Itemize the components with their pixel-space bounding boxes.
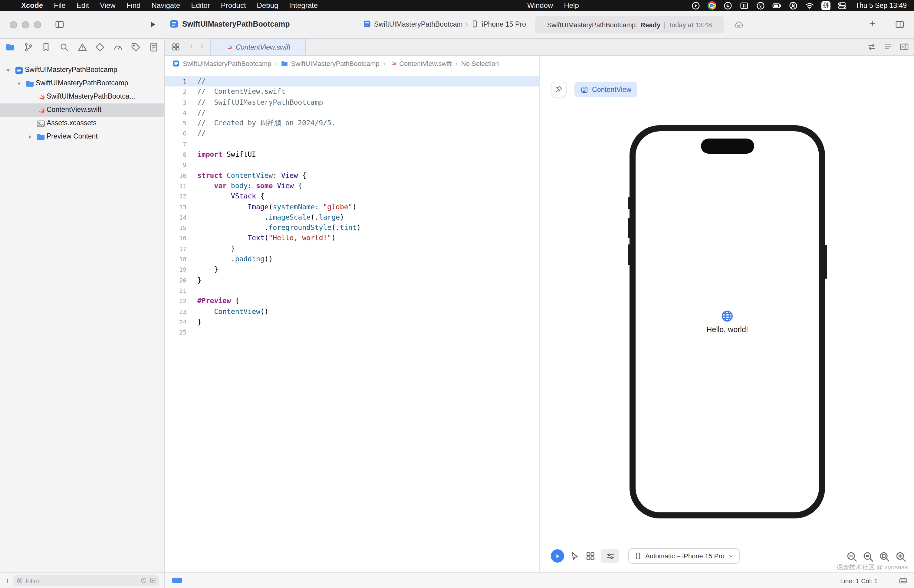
tree-item-contentview-swift[interactable]: ContentView.swift — [0, 103, 164, 117]
play-circle-icon[interactable] — [691, 1, 700, 10]
breadcrumb-segment[interactable]: No Selection — [461, 60, 499, 67]
filter-field[interactable] — [13, 575, 159, 586]
zoom-in-button[interactable] — [895, 551, 907, 562]
preview-doc-icon — [581, 86, 588, 94]
tree-item-swiftuimasterypathbootcamp[interactable]: SwiftUIMasteryPathBootcamp — [0, 63, 164, 77]
navigator-tab-branch[interactable] — [23, 42, 33, 52]
project-title: SwiftUIMasteryPathBootcamp — [182, 19, 290, 28]
menu-file[interactable]: File — [49, 1, 71, 10]
filter-input[interactable] — [26, 577, 138, 584]
paw-icon[interactable] — [756, 1, 765, 10]
divider — [184, 42, 185, 52]
control-center-icon[interactable] — [838, 1, 847, 10]
split-editor-icon[interactable] — [899, 42, 909, 52]
disclosure-right-icon[interactable] — [27, 133, 33, 140]
menu-debug[interactable]: Debug — [251, 1, 284, 10]
flagged-files-icon[interactable] — [149, 577, 156, 584]
menubar-clock[interactable]: Thu 5 Sep 13:49 — [855, 2, 907, 9]
menu-find[interactable]: Find — [121, 1, 146, 10]
tree-item-swiftuimasterypathbootcamp[interactable]: SwiftUIMasteryPathBootcamp — [0, 77, 164, 90]
breadcrumb-segment[interactable]: SwiftUIMasteryPathBootcamp — [281, 60, 380, 67]
parallels-icon[interactable] — [740, 1, 749, 10]
line-number: 1 — [165, 76, 186, 87]
canvas-controls: Automatic – iPhone 15 Pro — [551, 548, 740, 564]
navigator-toggle-icon[interactable] — [55, 20, 65, 29]
library-add-button[interactable]: + — [869, 18, 875, 30]
menu-product[interactable]: Product — [215, 1, 251, 10]
destination-name[interactable]: iPhone 15 Pro — [482, 20, 526, 27]
chrome-icon[interactable] — [708, 1, 716, 10]
input-method-badge[interactable]: 拼 — [822, 1, 830, 10]
disclosure-down-icon[interactable] — [16, 80, 23, 87]
navigator-tab-warning[interactable] — [77, 42, 87, 52]
device-settings-button[interactable] — [601, 549, 619, 563]
selectable-mode-icon[interactable] — [569, 551, 580, 561]
line-number: 17 — [165, 244, 186, 254]
editor-options-icon[interactable] — [883, 42, 893, 52]
inspector-toggle-icon[interactable] — [895, 20, 905, 29]
preview-content: Hello, world! — [636, 310, 819, 334]
keyboard-icon[interactable] — [898, 576, 908, 585]
tree-item-swiftuimasterypathbootca-[interactable]: SwiftUIMasteryPathBootca... — [0, 90, 164, 103]
tree-item-preview-content[interactable]: Preview Content — [0, 130, 164, 143]
menu-integrate[interactable]: Integrate — [283, 1, 323, 10]
related-items-icon[interactable] — [171, 42, 180, 52]
zoom-fit-button[interactable] — [879, 551, 890, 562]
swift-icon — [36, 105, 45, 115]
code-line: // — [197, 76, 361, 87]
apple-icon[interactable] — [8, 2, 16, 10]
breadcrumb-label: ContentView.swift — [399, 60, 451, 67]
breadcrumb-segment[interactable]: ContentView.swift — [389, 60, 451, 67]
hello-world-text: Hello, world! — [706, 325, 748, 334]
minimize-window-button[interactable] — [22, 21, 29, 28]
zoom-actual-button[interactable] — [862, 551, 874, 562]
cloud-status-icon[interactable] — [734, 20, 744, 29]
account-icon[interactable] — [789, 1, 798, 10]
menu-help[interactable]: Help — [558, 1, 584, 10]
menu-view[interactable]: View — [94, 1, 121, 10]
globe-icon — [721, 310, 734, 322]
menu-window[interactable]: Window — [522, 1, 558, 10]
scheme-selector[interactable]: SwiftUIMasteryPathBootcam › iPhone 15 Pr… — [363, 20, 526, 28]
code-review-icon[interactable] — [867, 42, 877, 52]
code-line: struct ContentView: View { — [197, 170, 361, 181]
battery-icon[interactable] — [772, 1, 781, 10]
navigator-tab-bookmark[interactable] — [42, 42, 51, 52]
navigator-tab-tag[interactable] — [131, 42, 141, 52]
add-file-button[interactable]: + — [5, 576, 10, 585]
source-editor[interactable]: 1234567891011121314151617181920212223242… — [165, 71, 539, 572]
tree-item-assets-xcassets[interactable]: Assets.xcassets — [0, 117, 164, 130]
navigator-tab-gauge[interactable] — [113, 42, 123, 52]
breadcrumb-segment[interactable]: SwiftUIMasteryPathBootcamp — [173, 60, 271, 67]
download-circle-icon[interactable] — [723, 1, 733, 10]
navigator-tab-report[interactable] — [149, 42, 159, 52]
zoom-window-button[interactable] — [34, 21, 41, 28]
navigator-tab-folder[interactable] — [5, 42, 15, 52]
close-window-button[interactable] — [10, 21, 17, 28]
menu-editor[interactable]: Editor — [186, 1, 215, 10]
navigator-tab-diamond[interactable] — [95, 42, 105, 52]
zoom-out-button[interactable] — [846, 551, 858, 562]
scheme-name[interactable]: SwiftUIMasteryPathBootcam — [374, 20, 463, 27]
menu-xcode[interactable]: Xcode — [16, 1, 49, 10]
disclosure-down-icon[interactable] — [5, 67, 11, 73]
variants-icon[interactable] — [585, 551, 595, 561]
breakpoint-toggle[interactable] — [172, 578, 182, 583]
back-button[interactable]: ‹ — [190, 41, 193, 50]
pin-preview-button[interactable] — [551, 82, 566, 97]
wifi-icon[interactable] — [805, 1, 814, 10]
run-button[interactable] — [149, 21, 157, 28]
forward-button[interactable]: › — [201, 41, 204, 50]
chevron-down-icon — [728, 553, 734, 559]
preview-tab[interactable]: ContentView — [574, 82, 637, 97]
tab-contentview-swift[interactable]: ContentView.swift — [210, 39, 306, 55]
code-line: } — [197, 265, 361, 275]
menu-navigate[interactable]: Navigate — [146, 1, 186, 10]
menu-edit[interactable]: Edit — [71, 1, 94, 10]
device-selector-dropdown[interactable]: Automatic – iPhone 15 Pro — [628, 548, 740, 564]
recent-files-icon[interactable] — [141, 577, 147, 584]
live-preview-button[interactable] — [551, 549, 564, 562]
tree-item-label: Preview Content — [47, 132, 98, 140]
navigator-tab-search[interactable] — [59, 42, 69, 52]
zoom-controls — [846, 551, 907, 562]
